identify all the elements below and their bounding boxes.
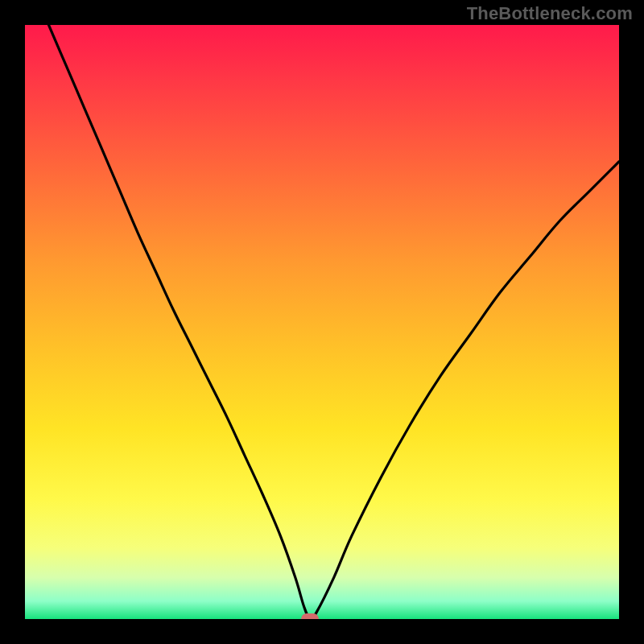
optimal-point-marker	[301, 613, 319, 619]
plot-area	[25, 25, 619, 619]
bottleneck-curve	[25, 25, 619, 619]
watermark-text: TheBottleneck.com	[467, 3, 633, 24]
chart-frame: TheBottleneck.com	[0, 0, 644, 644]
